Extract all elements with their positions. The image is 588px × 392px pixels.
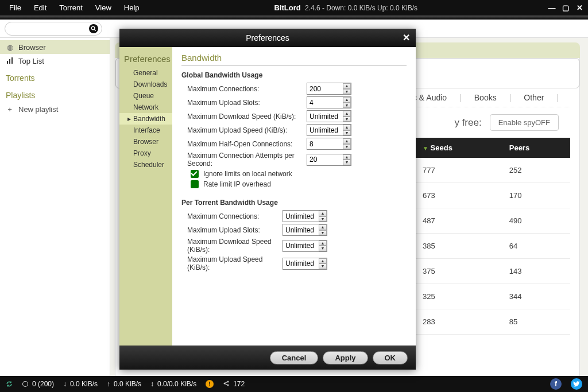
checkbox-ignore-limits[interactable]: Ignore limits on local network xyxy=(191,170,407,178)
group-global: Global Bandwidth Usage xyxy=(181,71,407,79)
status-share[interactable]: 172 xyxy=(223,380,245,389)
pref-nav-downloads[interactable]: Downloads xyxy=(119,79,172,90)
maximize-button[interactable]: ▢ xyxy=(560,3,571,12)
row-pt-max-download-speed: Maximum Download Speed (KiB/s): ▲▼ xyxy=(181,238,407,254)
spin-down[interactable]: ▼ xyxy=(319,216,327,222)
enable-spyoff-button[interactable]: Enable spyOFF xyxy=(490,114,559,131)
search-icon[interactable] xyxy=(89,24,98,33)
svg-rect-4 xyxy=(11,57,13,64)
spin-down[interactable]: ▼ xyxy=(319,246,327,251)
menu-file[interactable]: File xyxy=(3,2,27,14)
plus-icon: + xyxy=(6,105,14,114)
spin-down[interactable]: ▼ xyxy=(319,230,327,236)
close-icon[interactable]: ✕ xyxy=(403,32,410,43)
close-window-button[interactable]: ✕ xyxy=(574,3,585,12)
spin-down[interactable]: ▼ xyxy=(343,89,351,95)
minimize-button[interactable]: — xyxy=(547,3,557,12)
row-pt-max-upload-speed: Maximum Upload Speed (KiB/s): ▲▼ xyxy=(181,255,407,271)
pref-nav-general[interactable]: General xyxy=(119,67,172,79)
preferences-titlebar[interactable]: Preferences ✕ xyxy=(119,29,416,47)
svg-line-1 xyxy=(94,29,96,31)
twitter-button[interactable] xyxy=(571,378,582,390)
spin-up[interactable]: ▲ xyxy=(319,211,327,216)
svg-point-8 xyxy=(227,384,229,386)
window-title: BitLord 2.4.6 - Down: 0.0 KiB/s Up: 0.0 … xyxy=(145,3,547,12)
preferences-dialog: Preferences ✕ Preferences GeneralDownloa… xyxy=(119,29,416,370)
arrow-up-icon: ↑ xyxy=(107,380,110,388)
spin-up[interactable]: ▲ xyxy=(319,224,327,230)
pref-nav-interface[interactable]: Interface xyxy=(119,125,172,136)
sidebar-item-browser[interactable]: ◍ Browser xyxy=(0,40,110,54)
pref-nav-network[interactable]: Network xyxy=(119,102,172,113)
chevron-right-icon: ▸ xyxy=(127,115,131,123)
sidebar-item-toplist[interactable]: Top List xyxy=(0,54,110,68)
menu-view[interactable]: View xyxy=(90,2,117,14)
sidebar-header-playlists: Playlists xyxy=(0,85,110,102)
row-max-connections: Maximum Connections: ▲▼ xyxy=(181,83,407,95)
pref-nav-proxy[interactable]: Proxy xyxy=(119,148,172,159)
facebook-button[interactable]: f xyxy=(550,378,562,390)
pref-nav-scheduler[interactable]: Scheduler xyxy=(119,159,172,170)
sidebar-item-label: New playlist xyxy=(18,105,58,114)
search-input[interactable] xyxy=(5,22,102,36)
status-connections[interactable]: 0 (200) xyxy=(22,380,54,388)
pref-nav-bandwidth[interactable]: ▸Bandwidth xyxy=(119,113,172,125)
row-pt-max-upload-slots: Maximum Upload Slots: ▲▼ xyxy=(181,224,407,236)
status-upload[interactable]: ↑ 0.0 KiB/s xyxy=(107,380,141,388)
category-link[interactable]: Other xyxy=(524,93,544,102)
svg-rect-2 xyxy=(7,61,8,64)
sidebar-item-label: Browser xyxy=(18,43,46,52)
spin-down[interactable]: ▼ xyxy=(343,130,351,136)
spin-down[interactable]: ▼ xyxy=(343,117,351,122)
spin-up[interactable]: ▲ xyxy=(319,258,327,264)
status-disk[interactable]: ↕ 0.0/0.0 KiB/s xyxy=(150,380,196,388)
checkbox-icon xyxy=(191,180,199,188)
row-max-upload-speed: Maximum Upload Speed (KiB/s): ▲▼ xyxy=(181,124,407,136)
spin-up[interactable]: ▲ xyxy=(343,83,351,89)
cancel-button[interactable]: Cancel xyxy=(270,351,319,364)
row-max-upload-slots: Maximum Upload Slots: ▲▼ xyxy=(181,96,407,108)
globe-icon: ◍ xyxy=(6,43,14,52)
spin-down[interactable]: ▼ xyxy=(343,144,351,150)
spin-up[interactable]: ▲ xyxy=(343,111,351,117)
spin-down[interactable]: ▼ xyxy=(319,263,327,269)
pref-nav-browser[interactable]: Browser xyxy=(119,136,172,148)
preferences-panel: Bandwidth Global Bandwidth Usage Maximum… xyxy=(172,47,416,346)
preferences-title: Preferences xyxy=(246,33,289,42)
menu-help[interactable]: Help xyxy=(118,2,145,14)
svg-point-5 xyxy=(23,382,28,387)
titlebar: File Edit Torrent View Help BitLord 2.4.… xyxy=(0,0,588,15)
checkbox-rate-limit-overhead[interactable]: Rate limit IP overhead xyxy=(191,180,407,188)
pref-nav-queue[interactable]: Queue xyxy=(119,90,172,102)
category-link[interactable]: Books xyxy=(474,93,497,102)
promo-text: y free: xyxy=(454,117,481,129)
panel-title: Bandwidth xyxy=(181,53,407,65)
main-menu: File Edit Torrent View Help xyxy=(3,2,145,14)
apply-button[interactable]: Apply xyxy=(323,351,368,364)
row-max-download-speed: Maximum Download Speed (KiB/s): ▲▼ xyxy=(181,110,407,122)
spin-up[interactable]: ▲ xyxy=(319,240,327,246)
status-warning[interactable]: ! xyxy=(206,380,214,388)
title-shadow xyxy=(0,15,588,20)
spin-down[interactable]: ▼ xyxy=(343,103,351,108)
menu-torrent[interactable]: Torrent xyxy=(53,2,88,14)
col-peers[interactable]: Peers xyxy=(505,138,570,158)
menu-edit[interactable]: Edit xyxy=(28,2,52,14)
col-seeds[interactable]: ▼ Seeds xyxy=(418,138,505,158)
row-half-open: Maximum Half-Open Connections: ▲▼ xyxy=(181,138,407,150)
app-subtitle: 2.4.6 - Down: 0.0 KiB/s Up: 0.0 KiB/s xyxy=(305,4,417,12)
arrows-updown-icon: ↕ xyxy=(150,380,154,388)
preferences-sidebar: Preferences GeneralDownloadsQueueNetwork… xyxy=(119,47,172,346)
status-download[interactable]: ↓ 0.0 KiB/s xyxy=(63,380,98,388)
sidebar-item-new-playlist[interactable]: + New playlist xyxy=(0,102,110,116)
ok-button[interactable]: OK xyxy=(373,351,408,364)
spin-up[interactable]: ▲ xyxy=(343,97,351,103)
spin-up[interactable]: ▲ xyxy=(343,138,351,144)
row-conn-per-sec: Maximum Connection Attempts per Second: … xyxy=(181,152,407,168)
spin-up[interactable]: ▲ xyxy=(343,154,351,160)
spin-down[interactable]: ▼ xyxy=(343,160,351,165)
svg-rect-3 xyxy=(9,59,10,64)
spin-up[interactable]: ▲ xyxy=(343,125,351,130)
status-sync[interactable] xyxy=(6,381,13,387)
status-bar: 0 (200) ↓ 0.0 KiB/s ↑ 0.0 KiB/s ↕ 0.0/0.… xyxy=(0,376,588,392)
